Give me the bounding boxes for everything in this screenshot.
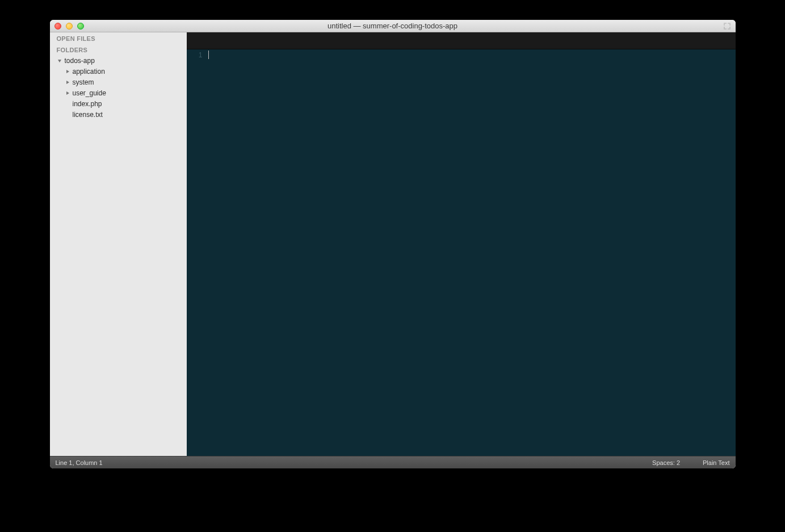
tree-file-license-txt[interactable]: license.txt bbox=[52, 109, 187, 120]
tree-file-index-php[interactable]: index.php bbox=[52, 98, 187, 109]
tree-folder-application[interactable]: application bbox=[52, 66, 187, 77]
folder-tree: todos-app application system bbox=[50, 55, 187, 120]
editor-pane: 1 bbox=[187, 32, 736, 456]
chevron-right-icon bbox=[65, 69, 70, 74]
tree-item-label: index.php bbox=[73, 100, 102, 108]
open-files-header[interactable]: OPEN FILES bbox=[50, 32, 187, 44]
line-number: 1 bbox=[187, 51, 203, 60]
tree-item-label: user_guide bbox=[73, 89, 106, 97]
chevron-right-icon bbox=[65, 90, 70, 96]
chevron-down-icon bbox=[57, 58, 62, 64]
sidebar: OPEN FILES FOLDERS todos-app application bbox=[50, 32, 187, 456]
traffic-lights bbox=[54, 23, 84, 30]
close-button[interactable] bbox=[54, 23, 61, 30]
fullscreen-icon[interactable] bbox=[723, 22, 731, 30]
tree-item-label: license.txt bbox=[73, 111, 103, 119]
status-syntax[interactable]: Plain Text bbox=[703, 459, 730, 466]
folders-header[interactable]: FOLDERS bbox=[50, 44, 187, 55]
tree-folder-root[interactable]: todos-app bbox=[52, 55, 187, 66]
statusbar: Line 1, Column 1 Spaces: 2 Plain Text bbox=[50, 456, 736, 468]
tab-bar[interactable] bbox=[187, 32, 736, 49]
code-area[interactable] bbox=[207, 49, 736, 456]
chevron-right-icon bbox=[65, 79, 70, 85]
line-gutter: 1 bbox=[187, 49, 207, 456]
tree-folder-system[interactable]: system bbox=[52, 77, 187, 87]
tree-item-label: system bbox=[73, 78, 94, 86]
titlebar[interactable]: untitled — summer-of-coding-todos-app bbox=[50, 20, 736, 32]
editor-window: untitled — summer-of-coding-todos-app OP… bbox=[50, 20, 736, 468]
zoom-button[interactable] bbox=[77, 23, 84, 30]
text-cursor bbox=[208, 51, 209, 59]
editor-area[interactable]: 1 bbox=[187, 49, 736, 456]
window-title: untitled — summer-of-coding-todos-app bbox=[328, 22, 457, 30]
tree-item-label: todos-app bbox=[65, 57, 95, 65]
tree-folder-user-guide[interactable]: user_guide bbox=[52, 87, 187, 98]
status-indentation[interactable]: Spaces: 2 bbox=[652, 459, 680, 466]
body-area: OPEN FILES FOLDERS todos-app application bbox=[50, 32, 736, 456]
tree-item-label: application bbox=[73, 68, 105, 76]
status-position[interactable]: Line 1, Column 1 bbox=[56, 459, 653, 466]
minimize-button[interactable] bbox=[66, 23, 73, 30]
